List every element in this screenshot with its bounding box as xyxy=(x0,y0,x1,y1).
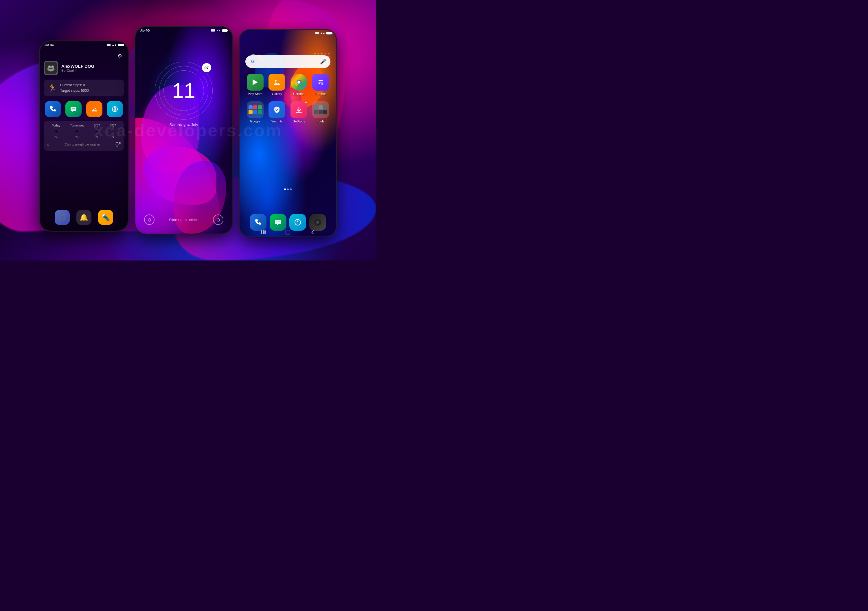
nav-home-btn[interactable] xyxy=(285,230,290,235)
svg-point-17 xyxy=(95,108,96,109)
phone-right: ▲▲ G 🎤 Pl xyxy=(239,29,337,237)
sim-icon-center xyxy=(211,29,215,31)
clock-rings: 07 11 xyxy=(155,62,213,119)
day-label-3: 6/07 xyxy=(94,124,100,127)
target-steps-label: Target steps: xyxy=(60,88,80,93)
svg-rect-43 xyxy=(286,230,290,234)
app-icon-browser[interactable] xyxy=(107,101,123,117)
app-cell-chrome[interactable]: Chrome xyxy=(289,74,309,96)
tools-mini-5 xyxy=(319,110,322,114)
svg-marker-34 xyxy=(297,220,298,222)
profile-name: AlexWOLF DOG xyxy=(61,64,124,68)
app-icon-messages[interactable] xyxy=(65,101,82,117)
profile-info: AlexWOLF DOG Be Cool !!! xyxy=(61,64,124,73)
dock-camera-right[interactable] xyxy=(309,214,326,231)
weather-widget: Today ☀ / °C Tomorrow ☀ / °C 6/07 ☀ / °C xyxy=(44,121,124,151)
folder-grid xyxy=(247,104,263,115)
app-icon-themes[interactable] xyxy=(312,74,329,91)
lockscreen-content: 07 11 Saturday, 4 July ⊙ Slide up to unl… xyxy=(135,27,232,234)
svg-point-26 xyxy=(298,81,300,84)
lockscreen-camera-btn[interactable]: ⊙ xyxy=(213,214,223,225)
clock-container: 07 11 Saturday, 4 July xyxy=(155,62,213,127)
svg-point-30 xyxy=(276,222,277,222)
app-icon-security[interactable] xyxy=(268,101,285,118)
dock-compass-right[interactable] xyxy=(289,214,306,231)
svg-rect-40 xyxy=(261,230,262,234)
folder-mini-4 xyxy=(248,110,253,114)
svg-point-16 xyxy=(74,109,75,109)
phone-left-content: ⚙ xyxy=(40,41,128,231)
tools-folder-grid xyxy=(313,104,329,115)
app-icon-gallery[interactable] xyxy=(268,74,285,91)
weather-icon-tomorrow: ☀ xyxy=(74,128,79,135)
google-search-bar[interactable]: G 🎤 xyxy=(245,55,330,68)
tools-mini-1 xyxy=(314,105,318,109)
weather-days: Today ☀ / °C Tomorrow ☀ / °C 6/07 ☀ / °C xyxy=(47,124,121,139)
tools-mini-2 xyxy=(319,105,322,109)
app-icon-getapps[interactable]: 20 xyxy=(290,101,307,118)
weather-refresh-text[interactable]: Click to refresh the weather xyxy=(65,143,100,146)
app-cell-playstore[interactable]: Play Store xyxy=(245,74,265,96)
app-icon-google-folder[interactable] xyxy=(247,101,264,118)
app-cell-tools[interactable]: Tools xyxy=(311,101,331,123)
folder-mini-5 xyxy=(253,110,257,114)
temp-tomorrow: / °C xyxy=(74,136,79,139)
app-icon-tools[interactable] xyxy=(312,101,329,118)
tools-mini-3 xyxy=(323,105,327,109)
lockscreen-bottom: ⊙ Slide up to unlock ⊙ xyxy=(135,214,232,225)
google-mic-icon[interactable]: 🎤 xyxy=(320,59,326,65)
dock-phone-right[interactable] xyxy=(250,214,267,231)
battery-icon xyxy=(118,44,123,46)
app-cell-google[interactable]: Google xyxy=(245,101,265,123)
weather-icon-today: ☀ xyxy=(54,128,59,135)
apps-grid-row1: Play Store Gallery xyxy=(240,71,336,98)
sim-icon-right xyxy=(315,32,319,34)
app-cell-gallery[interactable]: Gallery xyxy=(267,74,287,96)
svg-point-32 xyxy=(279,222,279,222)
nav-back-btn[interactable] xyxy=(310,230,315,235)
clock-hour: 11 xyxy=(172,80,195,101)
dock-flashlight-app[interactable]: 🔦 xyxy=(98,210,113,225)
settings-icon[interactable]: ⚙ xyxy=(116,52,124,60)
nav-recents-btn[interactable] xyxy=(261,230,266,235)
status-bar-right: ▲▲ xyxy=(240,30,336,36)
weather-refresh: ⊙ Click to refresh the weather 0° xyxy=(47,141,121,148)
weather-icon-3: ☀ xyxy=(95,128,99,135)
app-label-security: Security xyxy=(271,119,283,123)
folder-mini-1 xyxy=(248,105,253,109)
status-bar-center: Jio 4G ▲▲ xyxy=(135,27,232,34)
svg-point-8 xyxy=(50,69,52,71)
app-icon-playstore[interactable] xyxy=(247,74,264,91)
steps-icon: 🏃 xyxy=(48,84,57,92)
homescreen-content: G 🎤 Play Store xyxy=(240,30,336,236)
svg-point-39 xyxy=(317,222,318,223)
avatar xyxy=(44,61,58,75)
google-logo: G xyxy=(250,58,256,65)
app-label-google: Google xyxy=(250,119,260,123)
dock-messages-right[interactable] xyxy=(270,214,287,231)
weather-day-today: Today ☀ / °C xyxy=(52,124,60,139)
svg-point-31 xyxy=(277,222,278,222)
dock-music-app[interactable]: 🎵 xyxy=(55,210,70,225)
app-cell-themes[interactable]: Themes xyxy=(311,74,331,96)
svg-rect-42 xyxy=(265,230,266,234)
phones-container: Jio 4G ▲▲ ⚙ xyxy=(0,0,376,261)
status-icons-right: ▲▲ xyxy=(315,31,332,34)
app-icon-chrome[interactable] xyxy=(290,74,307,91)
sim-icon xyxy=(107,44,110,46)
app-cell-getapps[interactable]: 20 GetApps xyxy=(289,101,309,123)
day-label-today: Today xyxy=(52,124,60,127)
lockscreen-flashlight-btn[interactable]: ⊙ xyxy=(144,214,155,225)
app-cell-security[interactable]: Security xyxy=(267,101,287,123)
signal-icon: ▲▲ xyxy=(112,43,117,46)
clock-minute-badge: 07 xyxy=(202,63,211,72)
current-steps-label: Current steps: xyxy=(60,83,82,87)
current-steps-value: 0 xyxy=(83,83,85,87)
target-steps-value: 5000 xyxy=(81,88,89,93)
app-label-getapps: GetApps xyxy=(293,119,305,123)
app-icon-phone[interactable] xyxy=(45,101,61,117)
app-icon-gallery[interactable] xyxy=(86,101,102,117)
quick-apps xyxy=(40,98,128,121)
signal-icon-right: ▲▲ xyxy=(320,31,325,34)
dock-notification-app[interactable]: 🔔 xyxy=(76,210,91,225)
